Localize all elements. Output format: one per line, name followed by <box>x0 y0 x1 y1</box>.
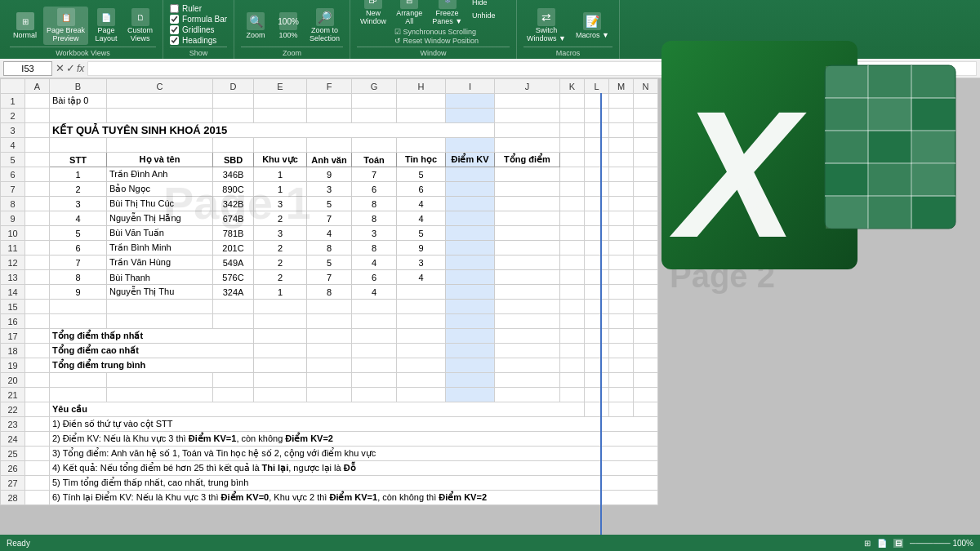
cell-m1[interactable] <box>609 94 634 109</box>
spreadsheet: A B C D E F G H I J K L M N <box>0 78 980 535</box>
headings-checkbox-label[interactable]: Headings <box>170 36 227 45</box>
arrange-all-btn[interactable]: ⊟ ArrangeAll <box>393 0 425 28</box>
col-header-h[interactable]: H <box>397 79 446 94</box>
window-label: Window <box>357 47 510 57</box>
cell-j1[interactable] <box>495 94 560 109</box>
cell-c1[interactable] <box>107 94 213 109</box>
status-right: ⊞ 📄 ⊟ ─────── 100% <box>864 539 973 548</box>
gridlines-checkbox-label[interactable]: Gridlines <box>170 25 227 34</box>
sheet-container: A B C D E F G H I J K L M N <box>0 78 980 535</box>
col-header-g[interactable]: G <box>352 79 397 94</box>
macros-btn[interactable]: 📝 Macros ▼ <box>572 11 612 41</box>
view-page-layout-btn[interactable]: 📄 <box>877 539 887 548</box>
cell-a1[interactable] <box>25 94 50 109</box>
col-header-e[interactable]: E <box>254 79 307 94</box>
col-header-a[interactable]: A <box>25 79 50 94</box>
confirm-icon[interactable]: ✓ <box>66 62 75 74</box>
table-row: 6 1 Trần Đình Anh 346B 1 9 7 5 <box>1 167 658 182</box>
table-row: 13 8 Bùi Thanh 576C 2 7 6 4 <box>1 270 658 285</box>
cell-f1[interactable] <box>307 94 352 109</box>
formula-bar-checkbox[interactable] <box>170 15 179 24</box>
workbook-views-label: Workbook Views <box>10 47 156 57</box>
zoom-slider[interactable]: ─────── 100% <box>910 539 973 548</box>
table-row: 15 <box>1 300 658 314</box>
col-header-f[interactable]: F <box>307 79 352 94</box>
table-row: 26 4) Kết quả: Nếu tổng điểm bé hơn 25 t… <box>1 461 658 476</box>
table-row: 10 5 Bùi Văn Tuấn 781B 3 4 3 5 <box>1 226 658 241</box>
row-header-5[interactable]: 5 <box>1 153 25 167</box>
show-group: Ruler Formula Bar Gridlines Headings Sho… <box>163 0 234 59</box>
status-left: Ready <box>7 539 30 548</box>
grid-wrapper[interactable]: A B C D E F G H I J K L M N <box>0 78 980 535</box>
table-row: 28 6) Tính lại Điểm KV: Nếu là Khu vực 3… <box>1 491 658 505</box>
zoom-group: 🔍 Zoom 100% 100% 🔎 Zoom toSelection Zoom <box>234 0 350 59</box>
cell-l1[interactable] <box>585 94 609 109</box>
zoom-label: Zoom <box>241 47 343 57</box>
table-row: 18 Tổng điểm cao nhất <box>1 344 658 358</box>
cell-d1[interactable] <box>213 94 254 109</box>
col-header-c[interactable]: C <box>107 79 213 94</box>
col-header-i[interactable]: I <box>446 79 495 94</box>
table-row: 8 3 Bùi Thị Thu Cúc 342B 3 5 8 4 <box>1 197 658 211</box>
col-header-d[interactable]: D <box>213 79 254 94</box>
cell-h1[interactable] <box>397 94 446 109</box>
ruler-checkbox-label[interactable]: Ruler <box>170 4 227 13</box>
table-row: 17 Tổng điểm thấp nhất <box>1 329 658 344</box>
headings-checkbox[interactable] <box>170 36 179 45</box>
hide-btn[interactable]: Hide <box>469 0 510 8</box>
page-layout-btn[interactable]: 📄 PageLayout <box>91 7 121 45</box>
normal-btn[interactable]: ⊞ Normal <box>10 11 40 41</box>
table-row: 11 6 Trần Bình Minh 201C 2 8 8 9 <box>1 241 658 256</box>
view-page-break-btn[interactable]: ⊟ <box>893 539 903 548</box>
row-header-1[interactable]: 1 <box>1 94 25 109</box>
col-header-k[interactable]: K <box>560 79 585 94</box>
row-header-4[interactable]: 4 <box>1 138 25 153</box>
cancel-icon[interactable]: ✕ <box>56 62 65 74</box>
cell-e1[interactable] <box>254 94 307 109</box>
show-label: Show <box>170 47 227 57</box>
formula-bar: ✕ ✓ fx <box>0 59 980 78</box>
freeze-panes-btn[interactable]: ❄ FreezePanes ▼ <box>429 0 466 28</box>
ruler-checkbox[interactable] <box>170 4 179 13</box>
formula-bar-checkbox-label[interactable]: Formula Bar <box>170 15 227 24</box>
cell-b1[interactable]: Bài tập 0 <box>50 94 107 109</box>
column-header-row: A B C D E F G H I J K L M N <box>1 79 658 94</box>
table-row: 20 <box>1 373 658 388</box>
title-cell[interactable]: KẾT QUẢ TUYÊN SINH KHOÁ 2015 <box>50 123 495 138</box>
col-header-j[interactable]: J <box>495 79 560 94</box>
view-normal-btn[interactable]: ⊞ <box>864 539 871 548</box>
row-header-3[interactable]: 3 <box>1 123 25 138</box>
cell-k1[interactable] <box>560 94 585 109</box>
formula-input[interactable] <box>87 61 977 76</box>
zoom-selection-btn[interactable]: 🔎 Zoom toSelection <box>306 7 343 45</box>
macros-label: Macros <box>523 47 612 57</box>
table-row: 5 STT Họ và tên SBD Khu vực Anh văn Toán… <box>1 153 658 167</box>
col-header-n[interactable]: N <box>634 79 658 94</box>
zoom-100-btn[interactable]: 100% 100% <box>274 11 303 41</box>
page-break-preview-btn[interactable]: 📋 Page BreakPreview <box>43 7 88 45</box>
switch-macros-group: ⇄ SwitchWindows ▼ 📝 Macros ▼ Macros <box>517 0 620 59</box>
table-row: 7 2 Bảo Ngọc 890C 1 3 6 6 <box>1 182 658 197</box>
switch-windows-btn[interactable]: ⇄ SwitchWindows ▼ <box>523 7 569 45</box>
spreadsheet-grid: A B C D E F G H I J K L M N <box>0 78 658 505</box>
row-header-2[interactable]: 2 <box>1 109 25 123</box>
ready-status: Ready <box>7 539 30 548</box>
cell-i1[interactable] <box>446 94 495 109</box>
function-icon[interactable]: fx <box>77 63 84 74</box>
new-window-btn[interactable]: 🗗 NewWindow <box>357 0 390 28</box>
table-row: 22 Yêu cầu <box>1 402 658 417</box>
zoom-btn[interactable]: 🔍 Zoom <box>241 11 270 41</box>
table-row: 19 Tổng điểm trung bình <box>1 358 658 373</box>
cell-n1[interactable] <box>634 94 658 109</box>
col-header-b[interactable]: B <box>50 79 107 94</box>
unhide-btn[interactable]: Unhide <box>469 10 510 21</box>
status-bar: Ready ⊞ 📄 ⊟ ─────── 100% <box>0 535 980 551</box>
window-group: 🗗 NewWindow ⊟ ArrangeAll ❄ FreezePanes ▼… <box>350 0 517 59</box>
cell-g1[interactable] <box>352 94 397 109</box>
cell-reference-box[interactable] <box>3 61 52 76</box>
col-header-l[interactable]: L <box>585 79 609 94</box>
custom-views-btn[interactable]: 🗋 CustomViews <box>124 7 156 45</box>
table-row: 23 1) Điền số thứ tự vào cột STT <box>1 417 658 432</box>
col-header-m[interactable]: M <box>609 79 634 94</box>
gridlines-checkbox[interactable] <box>170 25 179 34</box>
